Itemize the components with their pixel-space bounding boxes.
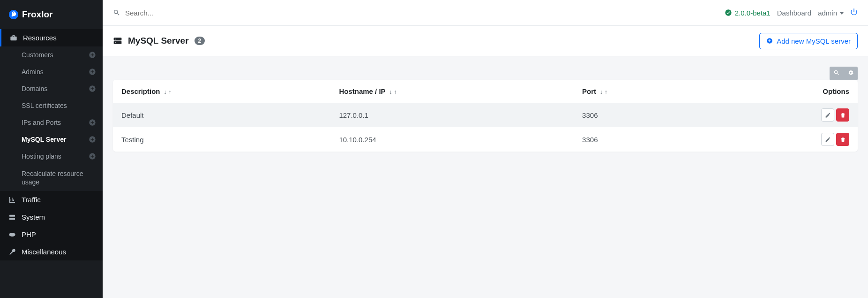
server-icon xyxy=(113,36,122,46)
nav-section-system[interactable]: System xyxy=(0,208,103,226)
svg-point-10 xyxy=(9,233,15,237)
add-mysql-button[interactable]: Add new MySQL server xyxy=(759,33,858,49)
sidebar-item-label: Domains xyxy=(22,85,47,92)
nav: Resources CustomersAdminsDomainsSSL cert… xyxy=(0,29,103,260)
sidebar-item-ips-and-ports[interactable]: IPs and Ports xyxy=(0,114,103,131)
power-icon xyxy=(850,8,858,15)
sidebar-item-hosting-plans[interactable]: Hosting plans xyxy=(0,148,103,165)
delete-button[interactable] xyxy=(836,133,849,146)
sidebar-item-recalculate-resource-usage[interactable]: Recalculate resource usage xyxy=(0,165,103,191)
sort-icon: ↓ ↑ xyxy=(388,88,397,95)
edit-icon xyxy=(825,112,831,118)
main-area: 2.0.0-beta1 Dashboard admin MySQL Server… xyxy=(103,0,868,298)
cell-host: 127.0.0.1 xyxy=(330,103,574,127)
gear-icon xyxy=(847,69,854,76)
nav-section-label: Resources xyxy=(23,34,57,42)
logout-button[interactable] xyxy=(850,8,858,17)
plus-circle-icon[interactable] xyxy=(89,51,96,59)
chart-icon xyxy=(8,196,16,204)
version-link[interactable]: 2.0.0-beta1 xyxy=(725,9,771,17)
add-label: Add new MySQL server xyxy=(777,37,851,45)
table-panel: Description ↓ ↑ Hostname / IP ↓ ↑ Port ↓… xyxy=(113,80,858,152)
svg-rect-8 xyxy=(9,215,15,217)
col-description[interactable]: Description ↓ ↑ xyxy=(113,80,330,103)
sort-icon: ↓ ↑ xyxy=(162,88,172,95)
edit-button[interactable] xyxy=(821,108,834,122)
nav-label: Miscellaneous xyxy=(22,248,66,256)
sidebar-item-domains[interactable]: Domains xyxy=(0,80,103,97)
content-header: MySQL Server 2 Add new MySQL server xyxy=(103,26,868,56)
table-row: Testing10.10.0.2543306 xyxy=(113,127,858,152)
briefcase-icon xyxy=(10,34,17,42)
sidebar-item-label: SSL certificates xyxy=(22,102,67,109)
nav-section-php[interactable]: PHP xyxy=(0,226,103,243)
plus-circle-icon[interactable] xyxy=(89,68,96,76)
edit-button[interactable] xyxy=(821,133,834,146)
nav-label: PHP xyxy=(22,230,36,238)
cell-options xyxy=(711,127,858,152)
sidebar-item-label: Recalculate resource usage xyxy=(22,169,96,186)
sidebar-item-ssl-certificates[interactable]: SSL certificates xyxy=(0,97,103,114)
content: Description ↓ ↑ Hostname / IP ↓ ↑ Port ↓… xyxy=(103,56,868,162)
table-settings-button[interactable] xyxy=(844,67,858,80)
cell-options xyxy=(711,103,858,127)
dashboard-link[interactable]: Dashboard xyxy=(777,9,811,17)
delete-button[interactable] xyxy=(836,108,849,122)
count-badge: 2 xyxy=(195,37,205,45)
plus-circle-icon[interactable] xyxy=(89,119,96,126)
svg-point-11 xyxy=(725,9,731,15)
sidebar-item-label: Admins xyxy=(22,68,44,76)
nav-label: Traffic xyxy=(22,196,41,204)
wrench-icon xyxy=(8,248,16,256)
sort-icon: ↓ ↑ xyxy=(598,88,607,95)
svg-point-14 xyxy=(115,38,116,39)
sidebar-item-label: MySQL Server xyxy=(22,136,66,143)
version-text: 2.0.0-beta1 xyxy=(735,9,771,17)
search-icon xyxy=(833,69,840,76)
logo-icon xyxy=(8,9,19,20)
nav-section-traffic[interactable]: Traffic xyxy=(0,191,103,208)
col-options: Options xyxy=(711,80,858,103)
search-icon xyxy=(113,9,120,16)
nav-section-resources[interactable]: Resources xyxy=(0,29,103,46)
table-tools xyxy=(830,67,858,80)
topbar: 2.0.0-beta1 Dashboard admin xyxy=(103,0,868,26)
check-circle-icon xyxy=(725,9,732,16)
plus-circle-icon xyxy=(766,38,773,44)
col-port[interactable]: Port ↓ ↑ xyxy=(574,80,711,103)
sidebar-item-customers[interactable]: Customers xyxy=(0,46,103,63)
plus-circle-icon[interactable] xyxy=(89,153,96,160)
user-menu[interactable]: admin xyxy=(818,9,844,17)
sidebar-item-label: IPs and Ports xyxy=(22,119,61,126)
plus-circle-icon[interactable] xyxy=(89,85,96,92)
nav-section-misc[interactable]: Miscellaneous xyxy=(0,243,103,260)
svg-point-15 xyxy=(115,42,116,43)
sidebar-item-admins[interactable]: Admins xyxy=(0,63,103,80)
sidebar: Froxlor Resources CustomersAdminsDomains… xyxy=(0,0,103,298)
page-title: MySQL Server xyxy=(128,36,189,46)
cell-desc: Default xyxy=(113,103,330,127)
table-row: Default127.0.0.13306 xyxy=(113,103,858,127)
table-search-button[interactable] xyxy=(830,67,844,80)
cell-port: 3306 xyxy=(574,103,711,127)
cell-desc: Testing xyxy=(113,127,330,152)
server-icon xyxy=(8,214,16,221)
php-icon xyxy=(8,231,16,238)
nav-label: System xyxy=(22,213,45,221)
search-input[interactable] xyxy=(125,9,266,17)
logo[interactable]: Froxlor xyxy=(0,0,103,29)
mysql-table: Description ↓ ↑ Hostname / IP ↓ ↑ Port ↓… xyxy=(113,80,858,152)
cell-host: 10.10.0.254 xyxy=(330,127,574,152)
cell-port: 3306 xyxy=(574,127,711,152)
logo-text: Froxlor xyxy=(22,9,52,20)
trash-icon xyxy=(840,112,846,118)
svg-rect-9 xyxy=(9,218,15,220)
col-hostname[interactable]: Hostname / IP ↓ ↑ xyxy=(330,80,574,103)
sidebar-item-label: Customers xyxy=(22,51,53,59)
trash-icon xyxy=(840,137,846,143)
svg-point-1 xyxy=(13,12,14,13)
plus-circle-icon[interactable] xyxy=(89,136,96,143)
sidebar-item-label: Hosting plans xyxy=(22,153,61,160)
sidebar-item-mysql-server[interactable]: MySQL Server xyxy=(0,131,103,148)
edit-icon xyxy=(825,137,831,143)
